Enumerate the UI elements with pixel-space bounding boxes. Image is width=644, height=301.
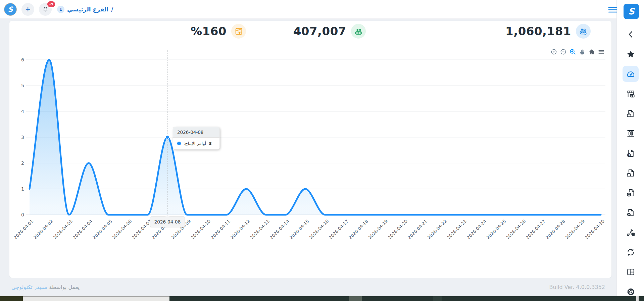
sidebar-item-pos-register[interactable] (623, 86, 639, 102)
xaxis-crosshair-label: 2026-04-08 (150, 216, 185, 227)
notifications-button[interactable]: +9 (39, 3, 52, 16)
sidebar-item-dashboard-gauge[interactable] (623, 66, 639, 82)
sidebar-item-favorites-star[interactable] (623, 46, 639, 62)
tooltip-value: 3 (209, 141, 212, 146)
bag-doc-icon (626, 168, 635, 178)
sidebar-item-sync[interactable] (623, 244, 639, 260)
breadcrumb[interactable]: 1 الفرع الرئيسي / (57, 6, 113, 13)
sidebar-item-approved-doc[interactable] (623, 204, 639, 220)
powered-by-text: يعمل بواسطة سبيدر تكنولوجى (11, 284, 80, 290)
x-tick-label: 2026-04-07 (131, 219, 152, 240)
chart-tooltip: 2026-04-08 أوامر الإنتاج: 3 (173, 127, 220, 150)
sidebar-item-workflow[interactable] (623, 224, 639, 240)
sidebar-menu-toggle[interactable] (608, 6, 617, 13)
breadcrumb-branch-label[interactable]: الفرع الرئيسي (67, 6, 108, 13)
home-button[interactable] (588, 48, 596, 56)
zoom-out-icon (560, 48, 567, 55)
collapse-chevron-icon (626, 30, 635, 39)
x-tick-label: 2026-04-30 (584, 219, 605, 240)
taskbar-window-edge (23, 296, 169, 301)
footer: يعمل بواسطة سبيدر تكنولوجى Build Ver. 4.… (0, 278, 616, 296)
y-tick-label: 1 (21, 186, 24, 192)
x-tick-label: 2026-04-11 (210, 219, 231, 240)
sync-icon (626, 248, 635, 257)
x-tick-label: 2026-04-24 (466, 219, 487, 240)
x-tick-label: 2026-04-12 (230, 219, 251, 240)
x-tick-label: 2026-04-23 (446, 219, 467, 240)
page: S + +9 1 الفرع الرئيسي / %160 407,007 (0, 0, 644, 301)
y-tick-label: 0 (21, 212, 24, 217)
branch-count-badge: 1 (57, 6, 64, 13)
purchase-doc-icon (626, 109, 635, 118)
sidebar-item-collapse-chevron[interactable] (623, 26, 639, 42)
breadcrumb-separator: / (111, 6, 113, 13)
sidebar-logo-icon[interactable]: S (624, 4, 639, 19)
selection-zoom-button[interactable] (569, 48, 577, 56)
x-tick-label: 2026-04-18 (348, 219, 369, 240)
columns-icon (626, 129, 635, 138)
taskbar-segment (0, 296, 23, 301)
pan-button[interactable] (578, 48, 586, 56)
x-tick-label: 2026-04-21 (407, 219, 428, 240)
topbar: S + +9 1 الفرع الرئيسي / (0, 0, 616, 19)
x-tick-label: 2026-04-16 (308, 219, 330, 240)
x-tick-label: 2026-04-27 (525, 219, 546, 240)
plus-icon: + (25, 5, 30, 13)
dashboard-gauge-icon (626, 69, 635, 79)
x-tick-label: 2026-04-06 (111, 219, 133, 240)
series-marker-icon (177, 142, 181, 145)
brand-link[interactable]: سبيدر تكنولوجى (11, 284, 47, 290)
x-tick-label: 2026-04-26 (505, 219, 527, 240)
y-tick-label: 4 (21, 109, 24, 114)
sidebar-item-columns[interactable] (623, 125, 639, 141)
tooltip-series-label: أوامر الإنتاج: (184, 141, 206, 146)
tooltip-date: 2026-04-08 (173, 127, 219, 138)
sidebar-item-layout-grid[interactable] (623, 264, 639, 280)
sidebar-item-purchase-doc[interactable] (623, 105, 639, 121)
workflow-icon (626, 228, 635, 237)
sidebar-item-bag-doc[interactable] (623, 165, 639, 181)
taskbar-segment (349, 296, 362, 301)
pos-register-icon (626, 89, 635, 98)
zoom-in-icon (550, 48, 557, 55)
svg-text:$: $ (628, 153, 630, 156)
x-tick-label: 2026-04-19 (367, 219, 389, 240)
y-tick-label: 5 (21, 83, 24, 88)
chart-menu-button[interactable] (597, 48, 605, 56)
x-tick-label: 2026-04-13 (249, 219, 270, 240)
app-logo-icon[interactable]: S (4, 3, 17, 16)
settings-gear-icon (626, 287, 635, 296)
x-tick-label: 2026-04-28 (545, 219, 566, 240)
taskbar-segment (433, 296, 442, 301)
taskbar-segment (636, 296, 639, 301)
right-sidebar: S $ (616, 0, 644, 301)
x-tick-label: 2026-04-03 (52, 219, 73, 240)
sidebar-item-cube-doc[interactable] (623, 185, 639, 201)
invoice-coin-doc-icon: $ (626, 149, 635, 158)
sidebar-nav: $ (617, 26, 644, 300)
zoom-in-button[interactable] (550, 48, 558, 56)
bell-icon (42, 6, 49, 12)
notification-count-badge: +9 (47, 1, 56, 8)
x-tick-label: 2026-04-29 (564, 219, 586, 240)
hamburger-icon (608, 6, 617, 13)
y-tick-label: 2 (21, 160, 24, 166)
x-tick-label: 2026-04-14 (269, 219, 290, 240)
cube-doc-icon (626, 188, 635, 197)
selection-zoom-icon (569, 48, 576, 55)
x-tick-label: 2026-04-01 (13, 219, 34, 240)
zoom-out-button[interactable] (559, 48, 567, 56)
y-tick-label: 6 (21, 57, 24, 62)
x-tick-label: 2026-04-25 (486, 219, 507, 240)
chart-menu-icon (598, 48, 605, 55)
production-orders-chart[interactable]: 01234562026-04-012026-04-022026-04-03202… (9, 21, 611, 278)
home-icon (588, 48, 595, 55)
x-tick-label: 2026-04-05 (92, 219, 113, 240)
add-button[interactable]: + (21, 3, 34, 16)
build-version: Build Ver. 4.0.0.3352 (549, 284, 605, 290)
x-tick-label: 2026-04-15 (289, 219, 310, 240)
x-tick-label: 2026-04-20 (387, 219, 408, 240)
sidebar-item-invoice-coin-doc[interactable]: $ (623, 145, 639, 161)
x-tick-label: 2026-04-02 (33, 219, 54, 240)
x-tick-label: 2026-04-17 (328, 219, 349, 240)
